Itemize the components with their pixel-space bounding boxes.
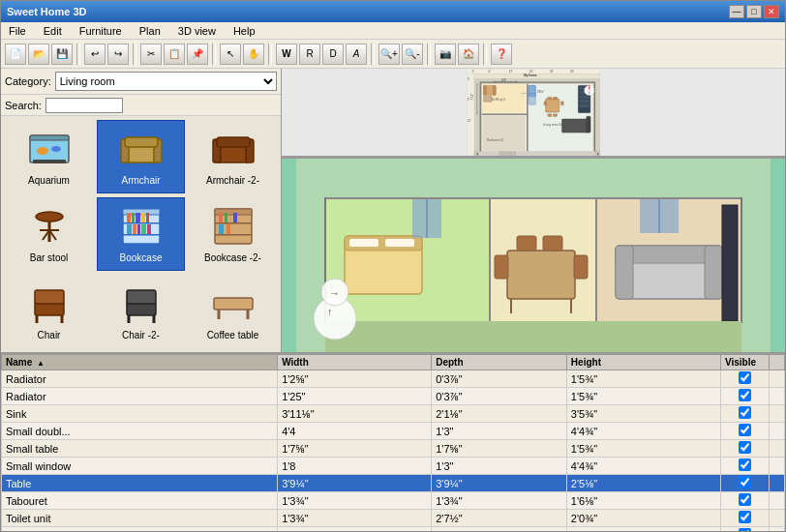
svg-rect-30: [141, 224, 146, 234]
furniture-item-chair2[interactable]: Chair -2-: [97, 275, 185, 348]
furniture-item-aquarium[interactable]: Aquarium: [5, 120, 93, 193]
paste-button[interactable]: 📌: [187, 44, 208, 65]
cell-name: Small doubl...: [2, 423, 278, 440]
furniture-item-barstool[interactable]: Bar stool: [5, 197, 93, 271]
zoomin-button[interactable]: 🔍+: [378, 44, 400, 65]
col-width[interactable]: Width: [278, 355, 432, 370]
svg-text:◄: ◄: [475, 152, 478, 156]
menu-edit[interactable]: Edit: [40, 24, 66, 38]
photo-button[interactable]: 📷: [435, 44, 456, 65]
maximize-button[interactable]: □: [746, 5, 762, 18]
menu-furniture[interactable]: Furniture: [76, 24, 126, 38]
pan-button[interactable]: ✋: [243, 44, 264, 65]
furniture-item-bookcase[interactable]: Bookcase: [97, 197, 185, 271]
table-row[interactable]: Radiator1'25"0'3⅞"1'5¾": [2, 388, 785, 405]
col-name[interactable]: Name ▲: [2, 355, 278, 370]
table-row[interactable]: Small doubl...4'41'3"4'4¾": [2, 423, 785, 440]
col-height[interactable]: Height: [566, 355, 720, 370]
visible-checkbox[interactable]: [739, 476, 751, 488]
undo-button[interactable]: ↩: [84, 44, 106, 65]
table-row[interactable]: Small window1'81'3"4'4¾": [2, 458, 785, 475]
cell-height: 1'5¾": [566, 370, 720, 388]
furniture-table-area: Name ▲ Width Depth Height Visible Radiat…: [1, 354, 785, 531]
zoomout-button[interactable]: 🔍-: [402, 44, 423, 65]
select-button[interactable]: ↖: [220, 44, 241, 65]
room-button[interactable]: R: [299, 44, 320, 65]
cell-scroll: [770, 370, 785, 388]
menu-3dview[interactable]: 3D view: [174, 24, 220, 38]
table-row[interactable]: Tabouret1'3¾"1'3¾"1'6⅛": [2, 492, 785, 510]
furniture-item-armchair2[interactable]: Armchair -2-: [189, 120, 277, 193]
menu-help[interactable]: Help: [229, 24, 259, 38]
chair-label: Chair: [38, 330, 61, 340]
text-button[interactable]: A: [346, 44, 367, 65]
svg-text:24': 24': [550, 70, 554, 74]
minimize-button[interactable]: —: [729, 5, 744, 18]
category-select[interactable]: Living room Bedroom Kitchen Bathroom: [55, 72, 277, 91]
cell-depth: 1'3": [432, 423, 567, 440]
svg-text:3'9¼": 3'9¼": [537, 90, 545, 94]
close-button[interactable]: ✕: [764, 5, 779, 18]
open-button[interactable]: 📂: [28, 44, 49, 65]
visible-checkbox[interactable]: [739, 528, 751, 531]
cell-width: 1'2⅝": [278, 370, 432, 388]
table-row[interactable]: Toilet unit1'3¾"2'7½"2'0¾": [2, 510, 785, 527]
cut-button[interactable]: ✂: [140, 44, 162, 65]
svg-rect-4: [33, 160, 66, 163]
aquarium-label: Aquarium: [28, 175, 70, 186]
3d-view-svg: ↑ →: [282, 159, 785, 352]
visible-checkbox[interactable]: [739, 458, 751, 471]
redo-button[interactable]: ↪: [107, 44, 129, 65]
col-visible[interactable]: Visible: [721, 355, 770, 370]
wall-button[interactable]: W: [276, 44, 297, 65]
visible-checkbox[interactable]: [739, 424, 751, 436]
cell-scroll: [770, 510, 785, 527]
table-row[interactable]: Table3'9¼"3'9¼"2'5⅛": [2, 475, 785, 492]
cell-depth: 1'7⅝": [432, 440, 567, 458]
help-button[interactable]: ❓: [491, 44, 512, 65]
dim-button[interactable]: D: [322, 44, 344, 65]
svg-rect-38: [233, 213, 237, 222]
cell-height: 3'5¾": [566, 405, 720, 423]
3d-view[interactable]: ↑ →: [282, 159, 785, 352]
furniture-item-coffeetable[interactable]: Coffee table: [189, 275, 277, 348]
svg-text:30': 30': [570, 70, 574, 74]
cell-name: Tabouret: [2, 492, 278, 510]
furniture-item-chair[interactable]: Chair: [5, 275, 93, 348]
visible-checkbox[interactable]: [739, 441, 751, 454]
svg-text:12': 12': [509, 70, 513, 74]
visible-checkbox[interactable]: [739, 406, 751, 419]
col-depth[interactable]: Depth: [432, 355, 567, 370]
svg-point-2: [37, 147, 48, 155]
cell-height: 2'5⅛": [566, 475, 720, 492]
bookcase-icon: [112, 202, 170, 251]
svg-text:7'11": 7'11": [470, 94, 474, 101]
new-button[interactable]: 📄: [5, 44, 26, 65]
furniture-table-body: Radiator1'2⅝"0'3⅞"1'5¾"Radiator1'25"0'3⅞…: [2, 370, 785, 532]
armchair-icon: [112, 125, 170, 173]
table-row[interactable]: Small table1'7⅝"1'7⅝"1'5¾": [2, 440, 785, 458]
menu-file[interactable]: File: [5, 24, 30, 38]
menu-plan[interactable]: Plan: [136, 24, 165, 38]
svg-rect-80: [482, 116, 525, 151]
3d-button[interactable]: 🏠: [458, 44, 479, 65]
visible-checkbox[interactable]: [739, 371, 751, 384]
category-bar: Category: Living room Bedroom Kitchen Ba…: [1, 69, 281, 95]
cell-width: 1'25": [278, 388, 432, 405]
search-input[interactable]: [45, 98, 123, 113]
save-button[interactable]: 💾: [51, 44, 73, 65]
visible-checkbox[interactable]: [739, 493, 751, 506]
cell-name: Toilet unit: [2, 510, 278, 527]
floor-plan[interactable]: 0' 6' 12' 18' 24' 30' 0': [282, 69, 785, 159]
svg-rect-149: [616, 246, 633, 299]
table-row[interactable]: TV unit3'3⅜"1'8½"3'0⅝": [2, 527, 785, 532]
furniture-item-bookcase2[interactable]: Bookcase -2-: [189, 197, 277, 271]
visible-checkbox[interactable]: [739, 511, 751, 523]
table-row[interactable]: Radiator1'2⅝"0'3⅞"1'5¾": [2, 370, 785, 388]
visible-checkbox[interactable]: [739, 389, 751, 401]
furniture-item-armchair[interactable]: Armchair: [97, 120, 185, 193]
furniture-table-container: Name ▲ Width Depth Height Visible Radiat…: [1, 354, 785, 531]
table-row[interactable]: Sink3'11⅛"2'1⅛"3'5¾": [2, 405, 785, 423]
copy-button[interactable]: 📋: [164, 44, 185, 65]
svg-rect-25: [141, 213, 145, 222]
